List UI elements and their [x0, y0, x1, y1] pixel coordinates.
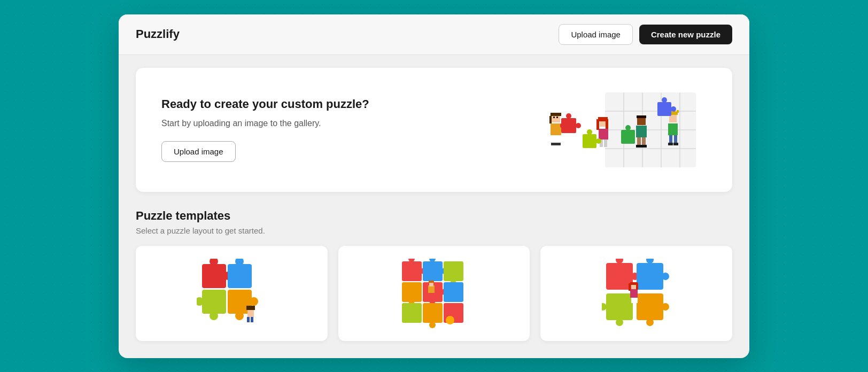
template-art-1 — [197, 259, 266, 328]
svg-rect-97 — [606, 293, 633, 320]
template-card-2[interactable] — [338, 246, 530, 341]
svg-point-85 — [429, 322, 436, 328]
svg-rect-22 — [599, 129, 608, 140]
header-actions: Upload image Create new puzzle — [559, 24, 732, 45]
svg-rect-52 — [668, 143, 673, 145]
upload-image-hero-button[interactable]: Upload image — [161, 141, 236, 162]
template-art-3 — [602, 259, 671, 328]
svg-rect-94 — [637, 263, 663, 290]
svg-rect-82 — [444, 282, 463, 302]
svg-point-95 — [646, 259, 654, 264]
svg-point-99 — [602, 303, 607, 311]
svg-rect-66 — [246, 306, 255, 310]
svg-point-63 — [235, 312, 244, 320]
svg-point-98 — [616, 319, 623, 326]
svg-rect-29 — [583, 134, 596, 148]
svg-rect-37 — [637, 137, 641, 146]
svg-rect-107 — [636, 283, 638, 290]
svg-rect-46 — [677, 110, 679, 113]
svg-rect-84 — [423, 303, 443, 323]
svg-point-96 — [662, 273, 669, 280]
app-logo: Puzzlify — [136, 27, 180, 41]
svg-rect-57 — [228, 264, 252, 288]
svg-point-49 — [671, 106, 676, 112]
svg-rect-10 — [551, 113, 561, 116]
hero-title: Ready to create your custom puzzle? — [161, 97, 536, 111]
svg-point-60 — [210, 312, 218, 320]
svg-rect-100 — [637, 293, 663, 320]
create-new-puzzle-button[interactable]: Create new puzzle — [639, 25, 732, 44]
svg-rect-75 — [444, 261, 463, 281]
svg-rect-83 — [402, 303, 422, 323]
svg-rect-77 — [402, 282, 422, 302]
hero-subtitle: Start by uploading an image to the galle… — [161, 119, 536, 128]
svg-rect-18 — [561, 118, 576, 133]
template-card-1[interactable] — [136, 246, 328, 341]
svg-rect-28 — [604, 140, 607, 147]
svg-rect-89 — [429, 281, 434, 283]
svg-point-30 — [587, 129, 592, 135]
svg-rect-67 — [247, 317, 250, 322]
templates-grid — [136, 246, 732, 341]
svg-point-19 — [566, 113, 571, 119]
svg-rect-51 — [674, 135, 677, 144]
section-subtitle: Select a puzzle layout to get started. — [136, 226, 732, 235]
svg-point-48 — [662, 97, 667, 103]
hero-illustration — [536, 87, 707, 173]
svg-rect-16 — [551, 143, 556, 145]
svg-rect-106 — [629, 283, 631, 291]
svg-rect-35 — [621, 130, 635, 144]
svg-rect-54 — [202, 264, 226, 288]
svg-point-102 — [662, 303, 669, 311]
svg-point-36 — [625, 125, 631, 130]
svg-rect-8 — [551, 123, 561, 135]
section-title: Puzzle templates — [136, 209, 732, 223]
svg-rect-26 — [606, 119, 608, 129]
template-art-2 — [399, 259, 469, 328]
svg-rect-47 — [657, 102, 671, 116]
svg-rect-59 — [202, 290, 226, 314]
svg-rect-32 — [636, 126, 647, 137]
svg-rect-21 — [560, 123, 563, 128]
svg-rect-72 — [423, 261, 443, 281]
svg-rect-13 — [556, 117, 558, 118]
svg-rect-39 — [636, 145, 641, 148]
svg-rect-108 — [631, 298, 634, 303]
svg-rect-53 — [673, 143, 678, 145]
svg-rect-40 — [641, 145, 647, 148]
svg-point-90 — [446, 316, 454, 324]
hero-text: Ready to create your custom puzzle? Star… — [161, 97, 536, 162]
svg-rect-68 — [251, 317, 253, 322]
app-window: Puzzlify Upload image Create new puzzle … — [119, 14, 749, 358]
svg-rect-34 — [637, 115, 646, 118]
svg-point-20 — [576, 123, 581, 128]
svg-point-92 — [616, 259, 623, 264]
svg-rect-69 — [402, 261, 422, 281]
svg-rect-87 — [428, 285, 435, 293]
svg-rect-25 — [596, 119, 599, 130]
svg-rect-14 — [552, 135, 555, 144]
svg-rect-41 — [668, 123, 678, 135]
svg-point-64 — [250, 297, 258, 306]
svg-rect-17 — [556, 143, 561, 145]
svg-rect-15 — [556, 135, 560, 144]
svg-rect-38 — [642, 137, 646, 146]
svg-rect-12 — [553, 117, 555, 118]
svg-point-31 — [596, 138, 601, 144]
header: Puzzlify Upload image Create new puzzle — [119, 14, 749, 55]
main-content: Ready to create your custom puzzle? Star… — [119, 55, 749, 358]
svg-rect-11 — [549, 116, 552, 123]
svg-rect-65 — [247, 309, 254, 317]
svg-rect-50 — [669, 135, 672, 144]
hero-card: Ready to create your custom puzzle? Star… — [136, 68, 732, 192]
svg-point-101 — [646, 319, 654, 326]
upload-image-header-button[interactable]: Upload image — [559, 24, 633, 45]
template-card-3[interactable] — [540, 246, 732, 341]
svg-rect-109 — [635, 298, 638, 303]
